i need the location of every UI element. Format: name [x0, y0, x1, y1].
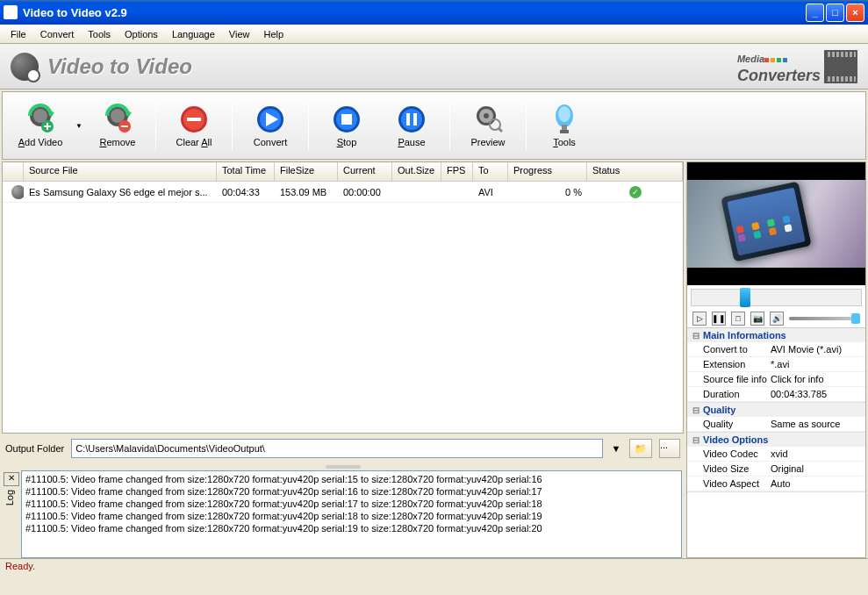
menu-view[interactable]: View [222, 27, 257, 41]
svg-rect-16 [341, 114, 352, 125]
menu-language[interactable]: Language [165, 27, 222, 41]
svg-rect-19 [406, 113, 410, 125]
info-row[interactable]: Duration00:04:33.785 [687, 387, 865, 402]
remove-icon [102, 104, 133, 135]
add-video-button[interactable]: AAdd Videodd Video [10, 97, 71, 154]
add-video-icon [25, 104, 56, 135]
player-volume-button[interactable]: 🔊 [770, 312, 784, 326]
minimize-button[interactable]: _ [806, 4, 824, 22]
col-total-time[interactable]: Total Time [217, 162, 275, 181]
banner: Video to Video Media Converters [0, 44, 868, 90]
info-section-quality[interactable]: Quality [687, 403, 865, 417]
svg-rect-10 [187, 118, 201, 121]
col-outsize[interactable]: Out.Size [392, 162, 441, 181]
info-row[interactable]: Convert toAVI Movie (*.avi) [687, 342, 865, 357]
toolbar: AAdd Videodd Video ▼ Remove Clear All Co… [2, 91, 866, 160]
preview-icon [472, 104, 504, 135]
list-header: Source File Total Time FileSize Current … [3, 162, 683, 182]
app-name: Video to Video [47, 54, 192, 79]
svg-point-18 [401, 109, 422, 130]
log-tab-label[interactable]: Log [4, 486, 20, 509]
menu-file[interactable]: File [4, 27, 33, 41]
svg-point-23 [484, 113, 489, 118]
stop-icon [331, 104, 362, 135]
menu-options[interactable]: Options [118, 27, 165, 41]
more-button[interactable]: ... [659, 439, 680, 458]
convert-button[interactable]: Convert [240, 97, 301, 154]
player-pause-button[interactable]: ❚❚ [712, 312, 726, 326]
stop-button[interactable]: Stop [316, 97, 377, 154]
log-content[interactable]: #11100.5: Video frame changed from size:… [21, 470, 682, 558]
menu-help[interactable]: Help [256, 27, 291, 41]
col-filesize[interactable]: FileSize [275, 162, 338, 181]
svg-line-25 [499, 128, 502, 132]
svg-rect-20 [413, 113, 417, 125]
info-section-video[interactable]: Video Options [687, 433, 865, 447]
clear-all-button[interactable]: Clear All [163, 97, 225, 154]
status-text: Ready. [5, 561, 35, 571]
col-current[interactable]: Current [338, 162, 392, 181]
window-title: Video to Video v2.9 [23, 6, 806, 19]
file-list: Source File Total Time FileSize Current … [2, 161, 684, 434]
maximize-button[interactable]: □ [826, 4, 844, 22]
remove-button[interactable]: Remove [87, 97, 148, 154]
splitter[interactable] [2, 463, 684, 470]
video-file-icon [11, 185, 24, 199]
volume-slider[interactable] [789, 317, 860, 320]
info-panel: Main Informations Convert toAVI Movie (*… [687, 328, 865, 557]
pause-icon [396, 104, 427, 135]
info-row[interactable]: Video AspectAuto [687, 477, 865, 491]
col-fps[interactable]: FPS [441, 162, 473, 181]
player-play-button[interactable]: ▷ [692, 312, 707, 326]
preview-button[interactable]: Preview [457, 97, 519, 154]
output-row: Output Folder ▼ 📁 ... [2, 434, 684, 463]
tools-button[interactable]: Tools [534, 97, 595, 154]
close-button[interactable]: × [846, 4, 864, 22]
output-folder-input[interactable] [71, 439, 603, 458]
menu-tools[interactable]: Tools [81, 27, 118, 41]
svg-rect-29 [560, 130, 569, 133]
status-ok-icon: ✓ [629, 186, 642, 198]
info-row[interactable]: Video Codecxvid [687, 447, 865, 462]
seek-bar[interactable] [691, 289, 862, 306]
pause-button[interactable]: Pause [381, 97, 442, 154]
player-stop-button[interactable]: □ [731, 312, 745, 326]
statusbar: Ready. [0, 558, 868, 576]
col-progress[interactable]: Progress [508, 162, 587, 181]
convert-icon [255, 104, 286, 135]
svg-point-27 [558, 106, 570, 122]
info-section-main[interactable]: Main Informations [687, 328, 865, 342]
filmstrip-icon [824, 50, 857, 83]
info-row[interactable]: Extension*.avi [687, 357, 865, 372]
browse-folder-button[interactable]: 📁 [629, 439, 652, 458]
info-row[interactable]: QualitySame as source [687, 417, 865, 432]
info-row[interactable]: Video SizeOriginal [687, 462, 865, 477]
titlebar: Video to Video v2.9 _ □ × [0, 0, 868, 25]
add-video-dropdown[interactable]: ▼ [75, 122, 83, 130]
tools-icon [549, 104, 580, 135]
table-row[interactable]: Es Samsung Galaxy S6 edge el mejor s... … [3, 182, 683, 203]
brand-logo: Media Converters [737, 48, 857, 85]
output-label: Output Folder [5, 443, 64, 454]
log-close-button[interactable]: ✕ [4, 472, 19, 486]
col-source[interactable]: Source File [24, 162, 217, 181]
player-snapshot-button[interactable]: 📷 [750, 312, 764, 326]
menubar: File Convert Tools Options Language View… [0, 25, 868, 44]
seek-thumb[interactable] [740, 288, 750, 307]
col-status[interactable]: Status [587, 162, 683, 181]
folder-icon: 📁 [635, 443, 647, 455]
app-icon [4, 5, 18, 19]
preview-pane [687, 162, 865, 285]
info-row[interactable]: Source file infoClick for info [687, 372, 865, 387]
output-dropdown[interactable]: ▼ [610, 443, 622, 454]
col-to[interactable]: To [473, 162, 508, 181]
clear-all-icon [178, 104, 210, 135]
app-logo-icon [11, 53, 39, 81]
menu-convert[interactable]: Convert [33, 27, 82, 41]
